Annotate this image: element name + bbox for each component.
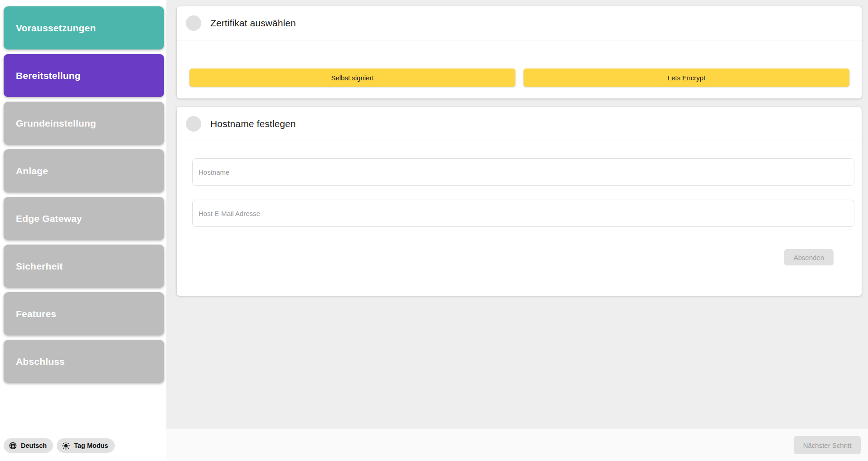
sidebar-step-grundeinstellung[interactable]: Grundeinstellung — [4, 102, 164, 145]
certificate-card-header: Zertifikat auswählen — [177, 6, 862, 40]
certificate-card: Zertifikat auswählen Selbst signiert Let… — [177, 6, 862, 98]
sidebar-step-sicherheit[interactable]: Sicherheit — [4, 245, 164, 288]
wizard-steps-sidebar: Voraussetzungen Bereitstellung Grundeins… — [0, 0, 166, 461]
step-label: Anlage — [16, 166, 48, 177]
sidebar-step-edge-gateway[interactable]: Edge Gateway — [4, 197, 164, 240]
wizard-step-content: Zertifikat auswählen Selbst signiert Let… — [166, 0, 868, 429]
wizard-footer-bar: Nächster Schritt — [166, 429, 868, 461]
step-status-circle-icon — [186, 15, 201, 31]
sidebar-step-features[interactable]: Features — [4, 292, 164, 335]
hostname-field-row — [177, 158, 862, 186]
sidebar-step-abschluss[interactable]: Abschluss — [4, 340, 164, 383]
next-step-button[interactable]: Nächster Schritt — [794, 436, 861, 454]
sidebar-step-bereitstellung[interactable]: Bereitstellung — [4, 54, 164, 97]
language-chip[interactable]: Deutsch — [4, 438, 53, 453]
host-email-field-row — [177, 200, 862, 227]
absenden-button[interactable]: Absenden — [784, 249, 834, 265]
card-divider — [177, 141, 862, 141]
hostname-card: Hostname festlegen Absenden — [177, 107, 862, 296]
setup-wizard-app: Voraussetzungen Bereitstellung Grundeins… — [0, 0, 868, 461]
theme-toggle-chip[interactable]: Tag Modus — [57, 438, 114, 453]
globe-icon — [9, 441, 17, 450]
language-chip-label: Deutsch — [21, 442, 47, 449]
step-list: Voraussetzungen Bereitstellung Grundeins… — [0, 0, 166, 383]
certificate-options: Selbst signiert Lets Encrypt — [177, 40, 862, 98]
step-label: Grundeinstellung — [16, 118, 96, 129]
hostname-card-header: Hostname festlegen — [177, 107, 862, 141]
theme-chip-label: Tag Modus — [74, 442, 108, 449]
step-label: Sicherheit — [16, 261, 63, 272]
self-signed-button[interactable]: Selbst signiert — [189, 69, 515, 87]
step-label: Bereitstellung — [16, 70, 81, 81]
certificate-card-title: Zertifikat auswählen — [210, 18, 296, 29]
sidebar-step-voraussetzungen[interactable]: Voraussetzungen — [4, 6, 164, 49]
hostname-card-title: Hostname festlegen — [210, 118, 296, 129]
hostname-input[interactable] — [192, 158, 854, 186]
step-status-circle-icon — [186, 116, 201, 132]
host-email-input[interactable] — [192, 200, 854, 227]
step-label: Voraussetzungen — [16, 23, 96, 34]
sun-icon — [62, 441, 70, 450]
sidebar-step-anlage[interactable]: Anlage — [4, 149, 164, 192]
step-label: Features — [16, 309, 56, 319]
step-label: Edge Gateway — [16, 213, 82, 224]
lets-encrypt-button[interactable]: Lets Encrypt — [524, 69, 849, 87]
main-area: Zertifikat auswählen Selbst signiert Let… — [166, 0, 868, 461]
submit-row: Absenden — [177, 249, 862, 296]
sidebar-footer-chips: Deutsch — [4, 438, 115, 453]
step-label: Abschluss — [16, 356, 65, 367]
